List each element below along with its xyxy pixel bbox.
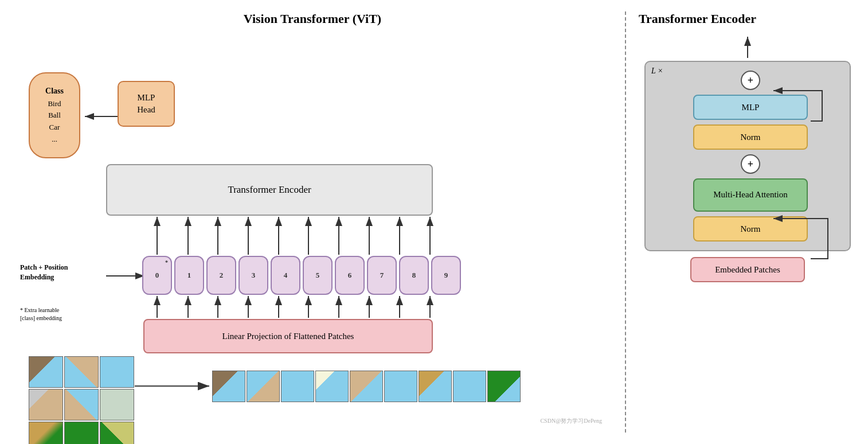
vit-diagram: Class Bird Ball Car ... MLPHead Transfor… [17,38,608,428]
source-patch-0 [29,356,63,388]
token-7: 7 [367,256,397,295]
lx-label: L × [651,67,663,76]
patch-embed-label: Patch + PositionEmbedding [20,263,95,282]
class-box: Class Bird Ball Car ... [29,72,80,158]
patch-5 [384,371,417,402]
tokens-row: 0* 1 2 3 4 5 6 7 8 9 [142,256,461,295]
source-image [29,356,134,444]
bottom-add-circle: + [741,154,760,174]
token-9: 9 [431,256,461,295]
source-patch-7 [64,422,99,444]
source-patch-5 [100,389,134,420]
source-patch-4 [64,389,99,420]
token-0: 0* [142,256,172,295]
class-item-ball: Ball [48,110,61,122]
top-add-circle: + [741,71,760,90]
source-patch-2 [100,356,134,388]
embedded-patches-block: Embedded Patches [690,257,805,282]
vit-title: Vision Transformer (ViT) [244,11,381,26]
token-1: 1 [174,256,204,295]
source-patch-6 [29,422,63,444]
patch-4 [350,371,383,402]
class-item-bird: Bird [48,98,61,110]
patches-row [212,371,521,402]
transformer-encoder-label: Transformer Encoder [228,184,311,196]
token-8: 8 [399,256,429,295]
patch-7 [453,371,486,402]
watermark: CSDN@努力学习DePeng [540,417,602,425]
token-4: 4 [271,256,300,295]
patch-3 [315,371,349,402]
linear-proj-label: Linear Projection of Flattened Patches [222,332,354,341]
source-patch-8 [100,422,134,444]
source-patch-1 [64,356,99,388]
patch-6 [419,371,452,402]
transformer-encoder-box: Transformer Encoder [106,164,433,216]
encoder-detail-box: L × + MLP Norm + Multi-Head Attention No… [644,61,851,251]
class-item-dots: ... [52,134,57,146]
transformer-encoder-title: Transformer Encoder [639,11,857,26]
token-3: 3 [238,256,268,295]
star-note: * Extra learnable[class] embedding [20,306,100,322]
patch-8 [487,371,521,402]
left-panel: Vision Transformer (ViT) [0,0,625,444]
mha-block: Multi-Head Attention [693,178,808,212]
mlp-head-box: MLPHead [118,81,175,127]
source-patch-3 [29,389,63,420]
mlp-head-label: MLPHead [137,92,155,116]
right-panel: Transformer Encoder L × + MLP Norm [627,0,868,444]
patch-1 [247,371,280,402]
class-label: Class [45,85,64,98]
token-5: 5 [303,256,333,295]
patch-2 [281,371,314,402]
mlp-block: MLP [693,95,808,120]
linear-proj-box: Linear Projection of Flattened Patches [143,319,433,353]
token-2: 2 [206,256,236,295]
class-item-car: Car [49,122,60,134]
main-container: Vision Transformer (ViT) [0,0,868,444]
patch-0 [212,371,245,402]
norm-block-2: Norm [693,216,808,242]
norm-block-1: Norm [693,124,808,150]
token-6: 6 [335,256,365,295]
